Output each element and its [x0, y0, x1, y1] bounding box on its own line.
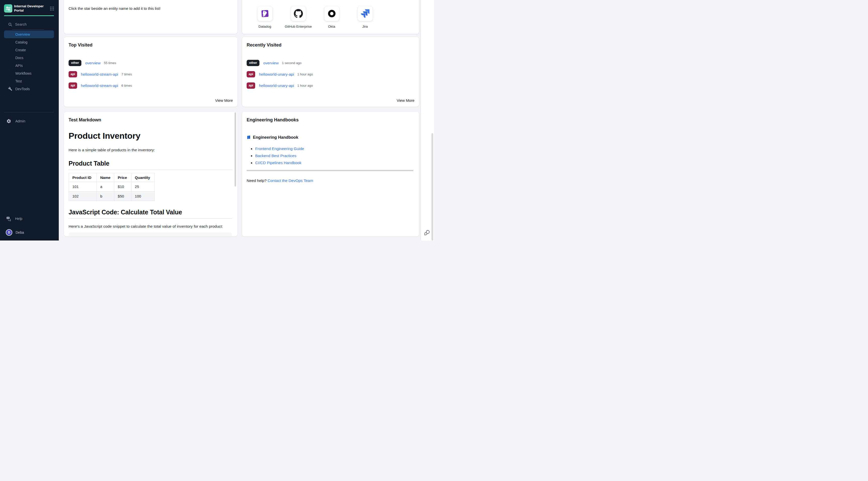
card-title: Test Markdown	[68, 117, 101, 123]
sidebar: Internal Developer Portal Search Overvie…	[0, 0, 59, 241]
sidebar-item-workflows[interactable]: Workflows	[4, 69, 54, 77]
entity-link[interactable]: helloworld-unary-api	[259, 72, 294, 77]
list-item: api helloworld-unary-api 1 hour ago	[247, 69, 414, 80]
markdown-h2-product-table: Product Table	[68, 160, 232, 170]
tile-label: Okta	[328, 25, 335, 28]
okta-logo-icon	[327, 9, 336, 18]
card-title: Engineering Handbooks	[247, 117, 299, 123]
table-row: 101 a $10 25	[69, 182, 155, 191]
list-item: other overview 55 times	[68, 57, 233, 69]
entity-link[interactable]: overview	[263, 61, 279, 65]
card-title: Top Visited	[68, 42, 92, 48]
kind-badge-api: api	[247, 83, 255, 89]
sidebar-item-catalog[interactable]: Catalog	[4, 38, 54, 46]
sliders-logo-icon	[5, 6, 11, 11]
gear-icon	[6, 119, 11, 124]
handbook-links: Frontend Engineering Guide Backend Best …	[255, 145, 304, 167]
handbook-section-heading: Engineering Handbook	[247, 135, 299, 140]
page-scrollbar-thumb[interactable]	[432, 133, 433, 241]
handbook-link[interactable]: Backend Best Practices	[255, 154, 297, 158]
datadog-logo-icon	[260, 9, 270, 18]
svg-text:?: ?	[7, 217, 9, 219]
app-title: Internal Developer Portal	[14, 4, 44, 12]
markdown-h2-js-code: JavaScript Code: Calculate Total Value	[68, 209, 232, 219]
main-content: Click the star beside an entity name to …	[59, 0, 421, 241]
sidebar-item-test[interactable]: Test	[4, 77, 54, 85]
kind-badge-other: other	[247, 60, 259, 66]
kind-badge-api: api	[68, 71, 77, 78]
top-visited-card: Top Visited other overview 55 times api …	[64, 37, 238, 107]
app-logo[interactable]	[4, 4, 12, 12]
search-placeholder: Search	[15, 22, 27, 26]
sidebar-item-overview[interactable]: Overview	[4, 30, 54, 38]
visit-count: 7 times	[121, 72, 132, 76]
sidebar-nav: Overview Catalog Create Docs APIs Workfl…	[0, 30, 59, 93]
code-snippet: const products = [	[73, 236, 110, 237]
entity-link[interactable]: helloworld-stream-api	[81, 84, 118, 88]
list-item: CI/CD Pipelines Handbook	[255, 159, 304, 167]
top-visited-list: other overview 55 times api helloworld-s…	[68, 57, 233, 91]
engineering-handbooks-card: Engineering Handbooks Engineering Handbo…	[242, 112, 419, 237]
table-header: Name	[97, 173, 114, 182]
search-underline	[12, 29, 44, 30]
visit-time: 1 hour ago	[298, 72, 313, 76]
list-item: api helloworld-stream-api 7 times	[68, 69, 233, 80]
tile-jira[interactable]: Jira	[348, 6, 382, 28]
list-item: api helloworld-stream-api 6 times	[68, 80, 233, 91]
tile-datadog[interactable]: Datadog	[248, 6, 282, 28]
kind-badge-api: api	[247, 71, 255, 78]
product-table: Product ID Name Price Quantity 101 a $10…	[68, 173, 155, 201]
thick-divider	[247, 170, 413, 171]
list-item: other overview 1 second ago	[247, 57, 414, 69]
entity-link[interactable]: helloworld-unary-api	[259, 84, 294, 88]
github-logo-icon	[294, 9, 303, 18]
sidebar-item-admin[interactable]: Admin	[4, 117, 54, 125]
visit-time: 1 hour ago	[298, 84, 313, 87]
list-item: api helloworld-unary-api 1 hour ago	[247, 80, 414, 91]
quick-access-tiles: Datadog GitHub Enterprise Okta	[248, 6, 382, 28]
view-more-link[interactable]: View More	[397, 98, 414, 102]
sidebar-item-devtools[interactable]: DevTools	[4, 85, 54, 93]
sidebar-item-help[interactable]: ? Help	[4, 215, 54, 222]
apps-grid-icon[interactable]	[50, 6, 54, 11]
search-icon	[8, 22, 12, 27]
user-avatar: D	[6, 229, 12, 236]
tile-label: GitHub Enterprise	[285, 25, 312, 28]
chat-bubbles-icon[interactable]	[424, 230, 430, 236]
card-scrollbar-thumb[interactable]	[235, 112, 236, 186]
handbook-link[interactable]: CI/CD Pipelines Handbook	[255, 160, 301, 165]
tile-label: Datadog	[258, 25, 271, 28]
handbook-link[interactable]: Frontend Engineering Guide	[255, 147, 304, 151]
entity-link[interactable]: helloworld-stream-api	[81, 72, 118, 77]
search-input[interactable]: Search	[8, 21, 54, 28]
table-header: Quantity	[131, 173, 154, 182]
code-block: const products = [	[68, 233, 232, 237]
sidebar-item-create[interactable]: Create	[4, 46, 54, 54]
sidebar-item-docs[interactable]: Docs	[4, 54, 54, 62]
book-icon	[247, 135, 251, 140]
kind-badge-api: api	[68, 83, 77, 89]
kind-badge-other: other	[68, 60, 82, 66]
contact-devops-link[interactable]: Contact the DevOps Team	[268, 178, 313, 183]
list-item: Frontend Engineering Guide	[255, 145, 304, 152]
visit-count: 55 times	[104, 61, 116, 65]
view-more-link[interactable]: View More	[215, 98, 233, 102]
sidebar-header: Internal Developer Portal	[4, 4, 55, 13]
sidebar-item-apis[interactable]: APIs	[4, 62, 54, 69]
starred-empty-message: Click the star beside an entity name to …	[68, 6, 160, 10]
markdown-paragraph: Here's a JavaScript code snippet to calc…	[68, 223, 234, 230]
table-header: Product ID	[69, 173, 97, 182]
markdown-paragraph: Here is a simple table of products in th…	[68, 148, 232, 152]
tile-github-enterprise[interactable]: GitHub Enterprise	[282, 6, 315, 28]
sidebar-accent-divider	[4, 15, 54, 16]
entity-link[interactable]: overview	[85, 61, 100, 65]
help-chat-icon: ?	[6, 216, 11, 221]
tile-okta[interactable]: Okta	[315, 6, 348, 28]
table-header: Price	[114, 173, 131, 182]
jira-logo-icon	[361, 9, 369, 18]
starred-entities-card: Click the star beside an entity name to …	[64, 0, 238, 34]
user-name: Deba	[16, 231, 24, 235]
user-menu[interactable]: D Deba	[4, 228, 54, 237]
visit-time: 1 second ago	[282, 61, 301, 65]
card-title: Recently Visited	[247, 42, 282, 48]
